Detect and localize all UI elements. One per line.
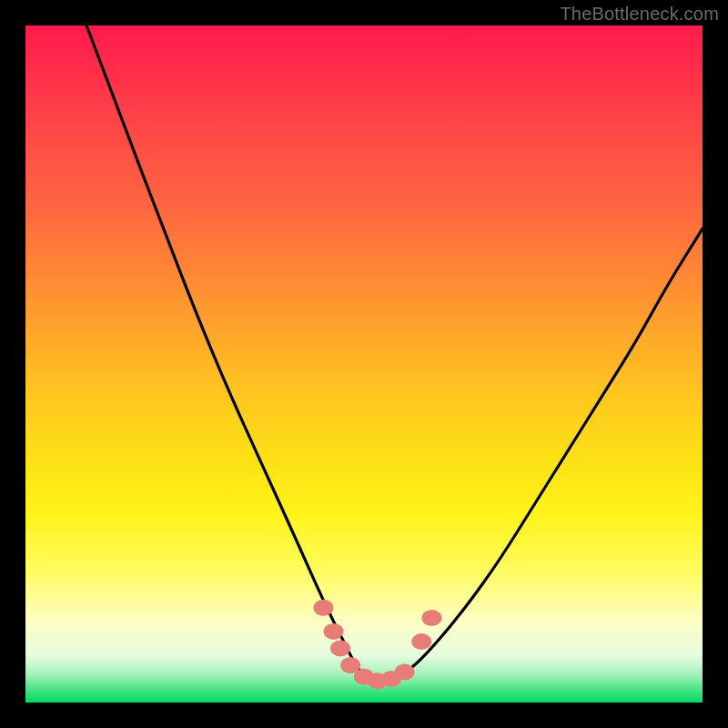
chart-frame: TheBottleneck.com (0, 0, 728, 728)
watermark-text: TheBottleneck.com (560, 4, 719, 25)
trough-marker (330, 641, 350, 657)
curve-path (86, 25, 703, 682)
trough-marker (421, 610, 441, 626)
trough-marker (411, 633, 431, 650)
trough-marker (324, 623, 344, 640)
trough-marker (395, 664, 415, 681)
trough-markers (313, 600, 441, 689)
chart-plot-area (25, 25, 703, 703)
bottleneck-curve (25, 25, 703, 703)
trough-marker (313, 600, 333, 616)
